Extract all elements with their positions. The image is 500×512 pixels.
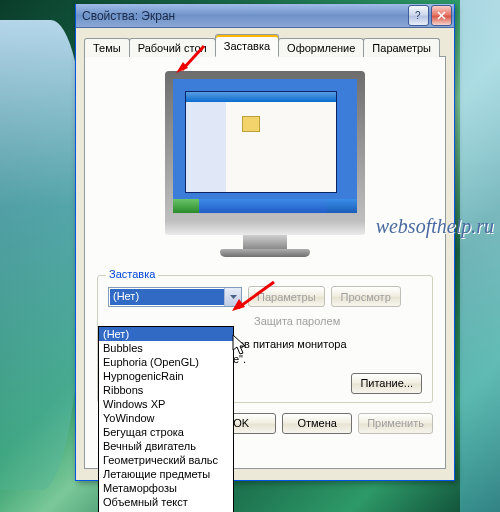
window-title: Свойства: Экран bbox=[82, 9, 406, 23]
list-item[interactable]: Euphoria (OpenGL) bbox=[99, 355, 233, 369]
tab-appearance[interactable]: Оформление bbox=[278, 38, 364, 57]
combo-selected-value: (Нет) bbox=[113, 290, 139, 302]
tab-strip: Темы Рабочий стол Заставка Оформление Па… bbox=[84, 34, 446, 57]
list-item[interactable]: Летающие предметы bbox=[99, 467, 233, 481]
help-button[interactable]: ? bbox=[408, 5, 429, 26]
titlebar[interactable]: Свойства: Экран ? bbox=[76, 4, 454, 28]
list-item[interactable]: Геометрический вальс bbox=[99, 453, 233, 467]
screensaver-dropdown-list[interactable]: (Нет) Bubbles Euphoria (OpenGL) Hypnogen… bbox=[98, 326, 234, 512]
list-item[interactable]: Вечный двигатель bbox=[99, 439, 233, 453]
list-item[interactable]: Объемный текст bbox=[99, 495, 233, 509]
tab-settings[interactable]: Параметры bbox=[363, 38, 440, 57]
screensaver-preview-button[interactable]: Просмотр bbox=[331, 286, 401, 307]
screensaver-settings-button[interactable]: Параметры bbox=[248, 286, 325, 307]
close-button[interactable] bbox=[431, 5, 452, 26]
list-item[interactable]: YoWindow bbox=[99, 411, 233, 425]
apply-button[interactable]: Применить bbox=[358, 413, 433, 434]
list-item[interactable]: Bubbles bbox=[99, 341, 233, 355]
list-item[interactable]: HypnogenicRain bbox=[99, 369, 233, 383]
tab-themes[interactable]: Темы bbox=[84, 38, 130, 57]
svg-text:?: ? bbox=[415, 10, 421, 21]
monitor-preview bbox=[165, 71, 365, 257]
power-button[interactable]: Питание... bbox=[351, 373, 422, 394]
group-legend: Заставка bbox=[106, 268, 158, 280]
chevron-down-icon[interactable] bbox=[224, 288, 241, 306]
tab-desktop[interactable]: Рабочий стол bbox=[129, 38, 216, 57]
screensaver-combo[interactable]: (Нет) bbox=[108, 287, 242, 307]
tab-screensaver[interactable]: Заставка bbox=[215, 34, 279, 57]
wallpaper-waterfall-left bbox=[0, 20, 85, 490]
list-item[interactable]: Windows XP bbox=[99, 397, 233, 411]
wallpaper-waterfall-right bbox=[460, 0, 500, 512]
password-checkbox-label: Защита паролем bbox=[254, 315, 340, 327]
list-item[interactable]: Метаморфозы bbox=[99, 481, 233, 495]
list-item[interactable]: Бегущая строка bbox=[99, 425, 233, 439]
cancel-button[interactable]: Отмена bbox=[282, 413, 352, 434]
list-item[interactable]: Ribbons bbox=[99, 383, 233, 397]
list-item[interactable]: (Нет) bbox=[99, 327, 233, 341]
